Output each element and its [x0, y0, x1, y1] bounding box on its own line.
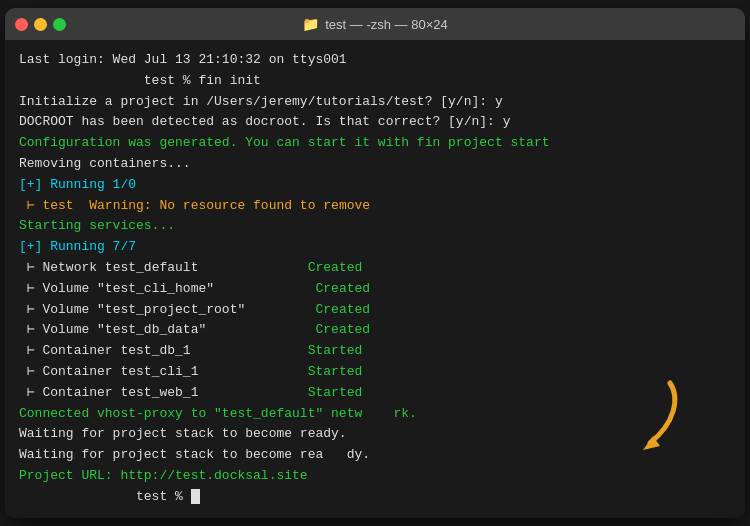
line-vol2: ⊢ Volume "test_project_root" Created — [19, 300, 731, 321]
line-starting: Starting services... — [19, 216, 731, 237]
terminal-body[interactable]: Last login: Wed Jul 13 21:10:32 on ttys0… — [5, 40, 745, 518]
title-label: test — -zsh — 80×24 — [325, 17, 447, 32]
terminal-window: 📁 test — -zsh — 80×24 Last login: Wed Ju… — [5, 8, 745, 518]
arrow-annotation — [595, 378, 685, 458]
fullscreen-button[interactable] — [53, 18, 66, 31]
line-init-prompt: Initialize a project in /Users/jeremy/tu… — [19, 92, 731, 113]
folder-icon: 📁 — [302, 16, 319, 32]
line-vol3: ⊢ Volume "test_db_data" Created — [19, 320, 731, 341]
line-running-1: [+] Running 1/0 — [19, 175, 731, 196]
close-button[interactable] — [15, 18, 28, 31]
line-running-7: [+] Running 7/7 — [19, 237, 731, 258]
line-vol1: ⊢ Volume "test_cli_home" Created — [19, 279, 731, 300]
line-url: Project URL: http://test.docksal.site — [19, 466, 731, 487]
minimize-button[interactable] — [34, 18, 47, 31]
line-network: ⊢ Network test_default Created — [19, 258, 731, 279]
line-warning: ⊢ test Warning: No resource found to rem… — [19, 196, 731, 217]
cursor — [191, 489, 200, 504]
line-removing: Removing containers... — [19, 154, 731, 175]
line-cont1: ⊢ Container test_db_1 Started — [19, 341, 731, 362]
line-login: Last login: Wed Jul 13 21:10:32 on ttys0… — [19, 50, 731, 71]
line-docroot: DOCROOT has been detected as docroot. Is… — [19, 112, 731, 133]
line-fin-init: test % fin init — [19, 71, 731, 92]
line-prompt: test % — [19, 487, 731, 508]
traffic-lights — [15, 18, 66, 31]
titlebar: 📁 test — -zsh — 80×24 — [5, 8, 745, 40]
line-config-gen: Configuration was generated. You can sta… — [19, 133, 731, 154]
window-title: 📁 test — -zsh — 80×24 — [302, 16, 447, 32]
